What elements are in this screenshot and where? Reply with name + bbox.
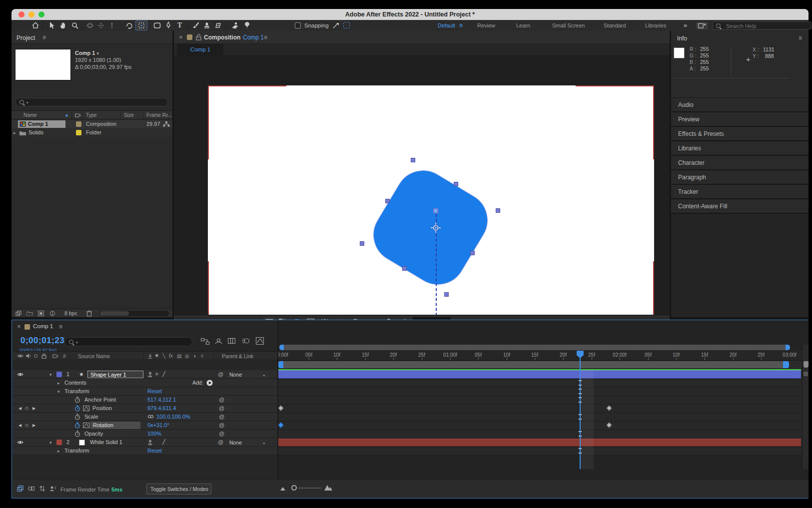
render-time-icon[interactable]	[49, 486, 56, 492]
navigator-end-handle[interactable]	[786, 345, 790, 350]
selection-handle[interactable]	[385, 199, 390, 203]
orbit-camera-tool-icon[interactable]	[86, 22, 93, 29]
expand-chevron-icon[interactable]: ▾	[49, 440, 52, 445]
home-tool-icon[interactable]	[31, 21, 39, 29]
eye-icon[interactable]	[17, 440, 23, 445]
playhead-line[interactable]	[580, 351, 581, 469]
graph-editor-icon[interactable]	[256, 337, 264, 345]
collapse-switch-icon[interactable]: ✱	[155, 372, 159, 377]
reset-link[interactable]: Reset	[147, 448, 162, 454]
next-keyframe-icon[interactable]: ▶	[32, 406, 35, 411]
add-menu-icon[interactable]	[206, 380, 213, 386]
transfer-controls-icon[interactable]	[39, 486, 45, 492]
composition-mini-flowchart-icon[interactable]	[201, 338, 209, 345]
hand-tool-icon[interactable]	[59, 22, 67, 29]
timeline-search-field[interactable]: ▾	[64, 337, 192, 346]
column-size[interactable]: Size	[124, 112, 133, 118]
close-panel-icon[interactable]: ×	[179, 33, 183, 41]
selection-handle[interactable]	[444, 292, 449, 297]
collapsed-panel-character[interactable]: Character	[671, 156, 809, 169]
snap-to-features-icon[interactable]	[343, 22, 350, 28]
snap-along-edges-icon[interactable]	[332, 22, 339, 29]
selected-prop-highlight[interactable]: Rotation	[90, 422, 140, 429]
roto-brush-tool-icon[interactable]	[231, 21, 239, 29]
expand-chevron-icon[interactable]: ▾	[57, 389, 60, 394]
workspace-tab-default[interactable]: Default	[438, 22, 455, 28]
prop-row-position[interactable]: ◀ ◇ ▶ Position 979.4,611.4 @	[12, 404, 277, 413]
project-panel-header[interactable]: Project ≡	[11, 31, 172, 44]
interpret-footage-icon[interactable]	[15, 311, 21, 316]
time-ruler[interactable]: 0:00f 05f 10f 15f 20f 25f 01:00f 05f 10f…	[278, 350, 804, 361]
anchor-switch-icon[interactable]	[147, 440, 153, 445]
workspace-tab-small-screen[interactable]: Small Screen	[552, 22, 585, 28]
composition-panel-header[interactable]: × Composition Comp 1 ≡	[174, 31, 670, 44]
zoom-tool-icon[interactable]	[71, 22, 78, 29]
project-row-comp[interactable]: Comp 1 Composition 29.97	[11, 120, 172, 128]
collapsed-panel-tracker[interactable]: Tracker	[671, 185, 809, 198]
label-color-swatch[interactable]	[76, 121, 81, 127]
collapsed-panel-effects-presets[interactable]: Effects & Presets	[671, 127, 809, 140]
prop-row-contents[interactable]: ▸ Contents Add:	[12, 379, 277, 387]
next-keyframe-icon[interactable]: ▶	[32, 423, 35, 428]
work-area-bar[interactable]	[280, 361, 787, 368]
link-dimensions-icon[interactable]	[147, 415, 154, 419]
pick-whip-icon[interactable]: @	[219, 431, 224, 437]
eye-icon[interactable]	[17, 372, 23, 377]
selection-tool-icon[interactable]	[48, 21, 55, 29]
help-search-box[interactable]	[713, 21, 812, 29]
selection-handle[interactable]	[496, 208, 500, 213]
shape-tool-icon[interactable]	[153, 22, 161, 29]
pick-whip-icon[interactable]: @	[218, 439, 223, 445]
pick-whip-icon[interactable]: @	[219, 414, 224, 420]
expand-chevron-icon[interactable]: ▸	[57, 381, 60, 386]
prop-row-opacity[interactable]: Opacity 100% @	[12, 430, 277, 438]
expand-chevron-icon[interactable]: ▸	[57, 449, 60, 454]
anchor-point-icon[interactable]	[430, 222, 441, 233]
pick-whip-icon[interactable]: @	[218, 371, 223, 377]
panel-menu-icon[interactable]: ≡	[42, 34, 46, 41]
column-name[interactable]: Name	[23, 112, 37, 118]
layer-row-shape[interactable]: ▾ 1 ★ Shape Layer 1 ✱ ╱ @ None▾	[12, 370, 277, 379]
pan-camera-tool-icon[interactable]	[97, 22, 104, 29]
layer-label-swatch[interactable]	[56, 440, 62, 445]
expand-chevron-icon[interactable]: ▾	[49, 372, 52, 377]
prop-value[interactable]: 979.4,611.4	[147, 405, 176, 411]
collapsed-panel-content-aware-fill[interactable]: Content-Aware Fill	[671, 199, 809, 213]
selection-handle[interactable]	[360, 241, 364, 246]
prop-row-anchor-point[interactable]: Anchor Point 517.4,112.1 @	[12, 396, 277, 404]
layer-row-solid[interactable]: ▾ 2 White Solid 1 ╱ @ None▾	[12, 438, 277, 447]
prop-row-rotation[interactable]: ◀ ◇ ▶ Rotation 0x+31.0° @	[12, 421, 277, 430]
prop-row-solid-transform[interactable]: ▸ Transform Reset	[12, 447, 277, 455]
pick-whip-icon[interactable]: @	[219, 405, 224, 411]
shape-layer-duration-bar[interactable]	[278, 370, 801, 379]
workspace-tab-review[interactable]: Review	[477, 22, 495, 28]
comp-viewport[interactable]	[174, 56, 670, 315]
panel-menu-icon[interactable]: ≡	[799, 34, 802, 41]
timeline-tab-label[interactable]: Comp 1	[33, 323, 53, 329]
collapsed-panel-audio[interactable]: Audio	[671, 98, 809, 111]
stopwatch-icon[interactable]	[74, 431, 80, 437]
work-area-end-handle[interactable]	[783, 361, 789, 368]
project-scrollbar-thumb[interactable]	[100, 311, 129, 316]
project-scrollbar-track[interactable]	[99, 311, 169, 316]
prop-row-scale[interactable]: Scale 100.0,100.0% @	[12, 413, 277, 421]
layer-label-swatch[interactable]	[56, 372, 62, 377]
stopwatch-icon[interactable]	[74, 397, 80, 403]
draft-3d-icon[interactable]	[215, 338, 222, 345]
workspace-tab-libraries[interactable]: Libraries	[645, 22, 666, 28]
zoom-out-mountain-icon[interactable]	[280, 487, 285, 491]
rotation-tool-icon[interactable]	[125, 22, 133, 29]
anchor-switch-icon[interactable]	[147, 372, 153, 377]
expand-layers-icon[interactable]	[17, 486, 23, 492]
prop-label[interactable]: Scale	[84, 414, 98, 420]
brush-tool-icon[interactable]	[192, 21, 199, 29]
expand-chevron-icon[interactable]: ▸	[13, 130, 16, 135]
help-search-input[interactable]	[725, 22, 811, 29]
zoom-in-mountain-icon[interactable]	[324, 485, 332, 491]
project-item-name[interactable]: Comp 1 ▾	[75, 50, 99, 56]
stopwatch-icon-active[interactable]	[74, 405, 80, 412]
comp-tab-active[interactable]: Comp 1	[177, 44, 223, 56]
prop-value[interactable]: 0x+31.0°	[147, 422, 169, 428]
puppet-pin-tool-icon[interactable]	[244, 21, 250, 29]
eraser-tool-icon[interactable]	[214, 22, 222, 28]
